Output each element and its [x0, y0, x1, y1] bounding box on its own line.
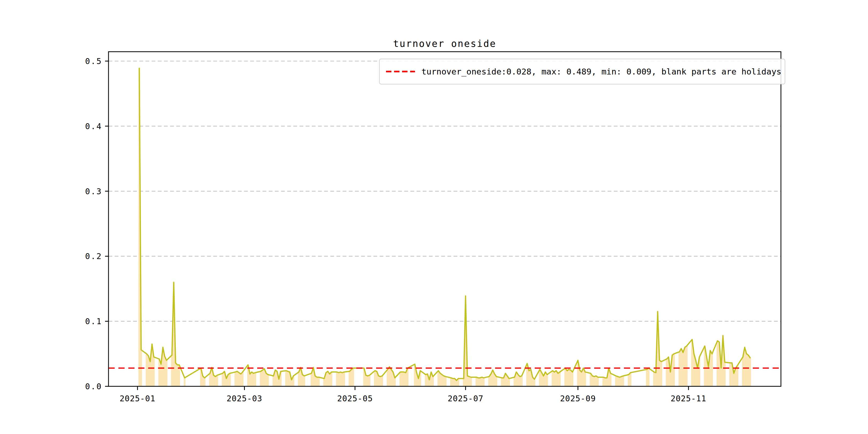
y-tick-label: 0.2: [85, 252, 102, 261]
trading-day-fill: [437, 371, 446, 386]
trading-day-fill: [475, 377, 485, 386]
trading-day-fill: [501, 373, 510, 386]
trading-day-fill: [184, 378, 186, 386]
x-tick-label: 2025-07: [448, 394, 483, 403]
turnover-line: [139, 68, 750, 380]
trading-day-fill: [235, 371, 244, 386]
y-tick-label: 0.4: [85, 122, 102, 131]
y-tick-label: 0.5: [85, 57, 102, 66]
figure: 0.00.10.20.30.40.52025-012025-032025-052…: [0, 0, 868, 434]
trading-day-fill: [374, 371, 383, 386]
legend-label: turnover_oneside:0.028, max: 0.489, min:…: [422, 67, 781, 76]
x-tick-label: 2025-05: [337, 394, 373, 403]
trading-day-fill: [488, 370, 497, 386]
trading-day-fill: [539, 369, 548, 386]
trading-day-fill: [646, 368, 650, 386]
x-tick-label: 2025-01: [120, 394, 155, 403]
trading-day-fill: [336, 372, 345, 386]
trading-day-fill: [590, 373, 599, 386]
y-tick-label: 0.3: [85, 187, 102, 196]
x-tick-label: 2025-03: [227, 394, 262, 403]
legend: turnover_oneside:0.028, max: 0.489, min:…: [379, 59, 785, 84]
trading-day-fill: [158, 347, 167, 386]
x-tick-label: 2025-11: [671, 394, 706, 403]
legend-marker-red-dashed-line-icon: [385, 70, 415, 73]
x-tick-label: 2025-09: [560, 394, 596, 403]
chart-title: turnover oneside: [108, 38, 781, 49]
y-tick-label: 0.0: [85, 382, 102, 391]
plot-border: [108, 52, 781, 386]
y-tick-label: 0.1: [85, 317, 102, 326]
